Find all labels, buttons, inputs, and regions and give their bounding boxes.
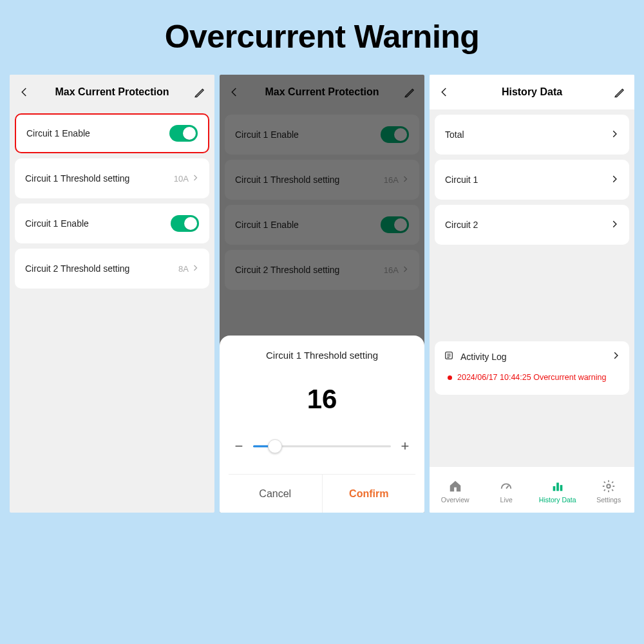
toggle-switch[interactable] bbox=[171, 215, 199, 232]
toggle-switch[interactable] bbox=[381, 216, 409, 233]
threshold-sheet: Circuit 1 Threshold setting 16 − + Cance… bbox=[220, 336, 424, 513]
chevron-right-icon bbox=[401, 175, 409, 185]
row-circuit1[interactable]: Circuit 1 bbox=[435, 160, 629, 200]
header: Max Current Protection bbox=[220, 75, 424, 109]
edit-icon[interactable] bbox=[404, 86, 415, 98]
row-label: Circuit 1 Threshold setting bbox=[235, 175, 339, 185]
tab-label: Live bbox=[500, 496, 513, 504]
toggle-switch[interactable] bbox=[381, 126, 409, 143]
row-label: Circuit 2 Threshold setting bbox=[25, 263, 129, 274]
chevron-right-icon bbox=[191, 264, 199, 274]
list-icon bbox=[444, 350, 454, 363]
row-circuit1-threshold[interactable]: Circuit 1 Threshold setting 16A bbox=[225, 160, 419, 200]
row-label: Total bbox=[445, 129, 464, 140]
svg-rect-5 bbox=[553, 486, 555, 491]
phone-3: History Data Total Circuit 1 Circuit 2 bbox=[430, 75, 634, 513]
slider-row: − + bbox=[229, 438, 415, 455]
plus-button[interactable]: + bbox=[399, 438, 412, 455]
tab-label: Settings bbox=[596, 496, 621, 504]
back-icon[interactable] bbox=[229, 86, 240, 98]
phone-1: Max Current Protection Circuit 1 Enable … bbox=[10, 75, 214, 513]
row-label: Circuit 1 Enable bbox=[26, 128, 90, 138]
activity-log-section: Activity Log 2024/06/17 10:44:25 Overcur… bbox=[435, 341, 629, 395]
row-circuit1-enable[interactable]: Circuit 1 Enable bbox=[15, 113, 209, 153]
row-label: Circuit 1 Enable bbox=[25, 218, 89, 229]
row-circuit1-threshold[interactable]: Circuit 1 Threshold setting 10A bbox=[15, 158, 209, 198]
tab-bar: Overview Live History Data Settings bbox=[430, 466, 634, 513]
tab-label: History Data bbox=[539, 496, 576, 504]
phone-2: Max Current Protection Circuit 1 Enable … bbox=[220, 75, 424, 513]
chevron-right-icon bbox=[610, 129, 619, 140]
row-circuit2-threshold[interactable]: Circuit 2 Threshold setting 16A bbox=[225, 250, 419, 290]
chevron-right-icon bbox=[401, 265, 409, 275]
threshold-slider[interactable] bbox=[253, 439, 391, 454]
row-label: Circuit 2 Threshold setting bbox=[235, 265, 339, 275]
row-label: Circuit 1 Enable bbox=[235, 129, 299, 140]
row-value: 16A bbox=[384, 265, 409, 275]
confirm-button[interactable]: Confirm bbox=[323, 475, 416, 513]
row-circuit1-enable[interactable]: Circuit 1 Enable bbox=[225, 115, 419, 155]
header: History Data bbox=[430, 75, 634, 109]
header-title: Max Current Protection bbox=[30, 86, 194, 98]
row-label: Circuit 1 Threshold setting bbox=[25, 173, 129, 184]
sheet-actions: Cancel Confirm bbox=[229, 474, 415, 513]
tab-history-data[interactable]: History Data bbox=[535, 479, 580, 504]
row-circuit2[interactable]: Circuit 2 bbox=[435, 205, 629, 245]
back-icon[interactable] bbox=[439, 86, 450, 98]
svg-rect-6 bbox=[556, 482, 559, 491]
svg-rect-7 bbox=[560, 485, 562, 491]
header: Max Current Protection bbox=[10, 75, 214, 109]
page-title: Overcurrent Warning bbox=[0, 0, 644, 75]
chevron-right-icon bbox=[610, 220, 619, 231]
slider-thumb[interactable] bbox=[268, 439, 282, 453]
chevron-right-icon bbox=[191, 174, 199, 184]
minus-button[interactable]: − bbox=[232, 438, 245, 455]
cancel-button[interactable]: Cancel bbox=[229, 475, 323, 513]
toggle-switch[interactable] bbox=[169, 125, 198, 142]
row-circuit2-threshold[interactable]: Circuit 2 Threshold setting 8A bbox=[15, 249, 209, 289]
tab-settings[interactable]: Settings bbox=[586, 479, 631, 504]
activity-log-header[interactable]: Activity Log bbox=[444, 350, 620, 363]
log-entry: 2024/06/17 10:44:25 Overcurrent warning bbox=[444, 373, 620, 382]
edit-icon[interactable] bbox=[614, 86, 625, 98]
row-label: Circuit 1 Enable bbox=[235, 220, 299, 230]
row-label: Circuit 2 bbox=[445, 220, 478, 230]
phone-row: Max Current Protection Circuit 1 Enable … bbox=[0, 75, 644, 513]
header-title: History Data bbox=[450, 86, 614, 98]
back-icon[interactable] bbox=[19, 86, 30, 98]
row-label: Circuit 1 bbox=[445, 175, 478, 185]
chevron-right-icon bbox=[610, 175, 619, 185]
svg-line-4 bbox=[506, 486, 509, 489]
header-title: Max Current Protection bbox=[240, 86, 404, 98]
row-circuit1-enable-2[interactable]: Circuit 1 Enable bbox=[15, 204, 209, 243]
row-value: 16A bbox=[384, 175, 409, 185]
row-value: 8A bbox=[178, 264, 199, 274]
row-circuit1-enable-2[interactable]: Circuit 1 Enable bbox=[225, 205, 419, 245]
sheet-value: 16 bbox=[229, 384, 415, 415]
tab-label: Overview bbox=[441, 496, 469, 504]
chevron-right-icon bbox=[611, 351, 620, 362]
row-total[interactable]: Total bbox=[435, 115, 629, 155]
tab-live[interactable]: Live bbox=[484, 479, 529, 504]
edit-icon[interactable] bbox=[194, 86, 205, 98]
svg-point-8 bbox=[607, 484, 611, 488]
activity-title: Activity Log bbox=[460, 352, 507, 362]
sheet-title: Circuit 1 Threshold setting bbox=[229, 350, 415, 361]
row-value: 10A bbox=[174, 174, 199, 184]
tab-overview[interactable]: Overview bbox=[433, 479, 478, 504]
